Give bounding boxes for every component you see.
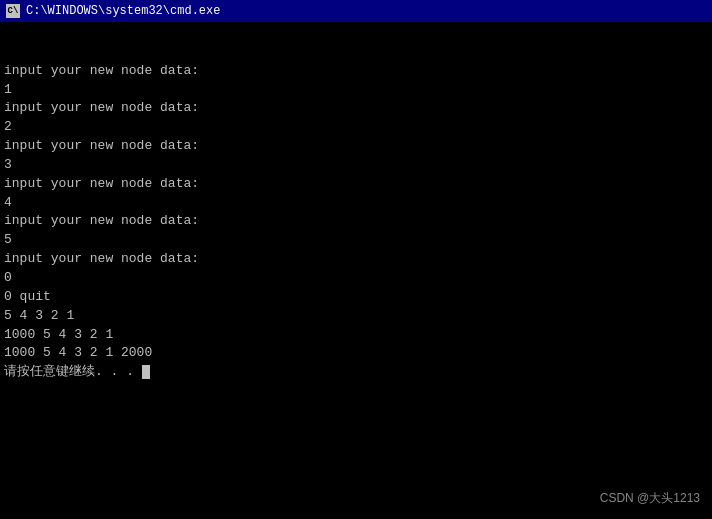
- terminal-line: input your new node data:: [4, 63, 199, 78]
- terminal-line: 1000 5 4 3 2 1 2000: [4, 345, 152, 360]
- terminal-line: 0 quit: [4, 289, 51, 304]
- terminal-line: 1000 5 4 3 2 1: [4, 327, 113, 342]
- terminal-line: 1: [4, 82, 12, 97]
- terminal-line: input your new node data:: [4, 100, 199, 115]
- terminal-line: input your new node data:: [4, 176, 199, 191]
- terminal-line: 3: [4, 157, 12, 172]
- terminal-body[interactable]: input your new node data: 1 input your n…: [0, 22, 712, 519]
- watermark: CSDN @大头1213: [600, 490, 700, 507]
- terminal-line: 4: [4, 195, 12, 210]
- terminal-line: 0: [4, 270, 12, 285]
- terminal-line: 请按任意键继续. . .: [4, 364, 150, 379]
- terminal-line: input your new node data:: [4, 251, 199, 266]
- title-bar-text: C:\WINDOWS\system32\cmd.exe: [26, 4, 220, 18]
- window: C\ C:\WINDOWS\system32\cmd.exe input you…: [0, 0, 712, 519]
- terminal-line: 2: [4, 119, 12, 134]
- terminal-line: 5 4 3 2 1: [4, 308, 74, 323]
- title-bar: C\ C:\WINDOWS\system32\cmd.exe: [0, 0, 712, 22]
- terminal-line: 5: [4, 232, 12, 247]
- terminal-line: input your new node data:: [4, 213, 199, 228]
- cursor: [142, 365, 150, 379]
- terminal-line: input your new node data:: [4, 138, 199, 153]
- cmd-icon: C\: [6, 4, 20, 18]
- terminal-content: input your new node data: 1 input your n…: [4, 62, 708, 382]
